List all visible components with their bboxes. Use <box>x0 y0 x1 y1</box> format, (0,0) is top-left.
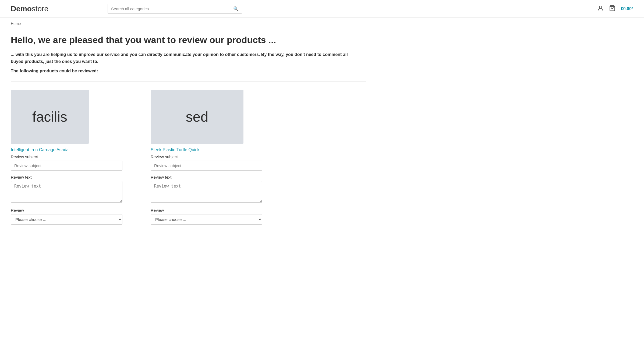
product-image-text-2: sed <box>186 109 208 125</box>
search-button[interactable]: 🔍 <box>230 4 242 13</box>
review-rating-group-1: Review Please choose ... 1 star 2 stars … <box>11 208 140 225</box>
review-rating-select-1[interactable]: Please choose ... 1 star 2 stars 3 stars… <box>11 214 122 225</box>
review-subject-label-2: Review subject <box>151 154 280 159</box>
review-text-input-1[interactable] <box>11 181 122 203</box>
page-title: Hello, we are pleased that you want to r… <box>11 34 366 46</box>
svg-point-0 <box>599 6 601 8</box>
product-image-text-1: facilis <box>32 109 67 125</box>
breadcrumb-home[interactable]: Home <box>11 22 21 26</box>
review-rating-label-1: Review <box>11 208 140 213</box>
review-text-group-1: Review text <box>11 175 140 204</box>
product-card-1: facilis Intelligent Iron Carnage Asada R… <box>11 90 140 229</box>
products-grid: facilis Intelligent Iron Carnage Asada R… <box>11 90 366 229</box>
intro-paragraph-1: ... with this you are helping us to impr… <box>11 51 355 65</box>
intro-paragraph-2: The following products could be reviewed… <box>11 69 366 73</box>
product-link-2[interactable]: Sleek Plastic Turtle Quick <box>151 147 280 152</box>
review-subject-input-1[interactable] <box>11 161 122 171</box>
search-icon: 🔍 <box>233 6 239 11</box>
review-text-label-1: Review text <box>11 175 140 179</box>
product-image-2: sed <box>151 90 243 144</box>
review-text-input-2[interactable] <box>151 181 262 203</box>
cart-price: €0.00* <box>621 6 633 11</box>
review-rating-group-2: Review Please choose ... 1 star 2 stars … <box>151 208 280 225</box>
section-divider <box>11 82 366 82</box>
site-header: Demostore 🔍 €0.00* <box>0 0 644 18</box>
product-card-2: sed Sleek Plastic Turtle Quick Review su… <box>151 90 280 229</box>
cart-button[interactable] <box>609 5 615 13</box>
review-subject-input-2[interactable] <box>151 161 262 171</box>
review-rating-label-2: Review <box>151 208 280 213</box>
breadcrumb: Home <box>0 18 644 26</box>
logo-bold: Demo <box>11 5 32 13</box>
user-icon <box>597 5 604 11</box>
search-bar: 🔍 <box>108 4 242 14</box>
review-subject-group-1: Review subject <box>11 154 140 171</box>
user-account-button[interactable] <box>597 5 604 13</box>
review-rating-select-2[interactable]: Please choose ... 1 star 2 stars 3 stars… <box>151 214 262 225</box>
review-text-label-2: Review text <box>151 175 280 179</box>
header-icons: €0.00* <box>597 5 633 13</box>
main-content: Hello, we are pleased that you want to r… <box>0 26 377 245</box>
search-input[interactable] <box>108 4 230 13</box>
review-text-group-2: Review text <box>151 175 280 204</box>
logo-light: store <box>32 5 48 13</box>
cart-icon <box>609 5 615 11</box>
site-logo[interactable]: Demostore <box>11 5 48 13</box>
product-link-1[interactable]: Intelligent Iron Carnage Asada <box>11 147 140 152</box>
review-subject-label-1: Review subject <box>11 154 140 159</box>
review-subject-group-2: Review subject <box>151 154 280 171</box>
product-image-1: facilis <box>11 90 89 144</box>
